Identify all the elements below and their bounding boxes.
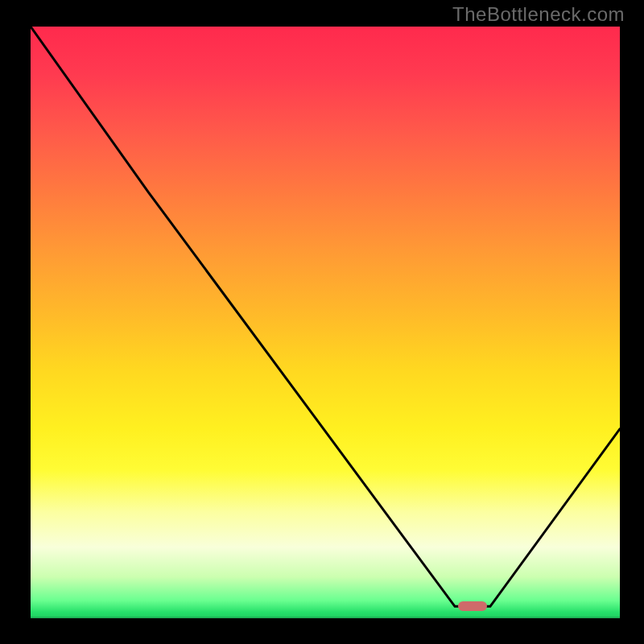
chart-container: TheBottleneck.com — [0, 0, 644, 644]
watermark-label: TheBottleneck.com — [452, 3, 625, 26]
bottleneck-curve — [31, 27, 620, 618]
optimal-marker — [458, 601, 488, 611]
plot-area — [31, 27, 620, 618]
